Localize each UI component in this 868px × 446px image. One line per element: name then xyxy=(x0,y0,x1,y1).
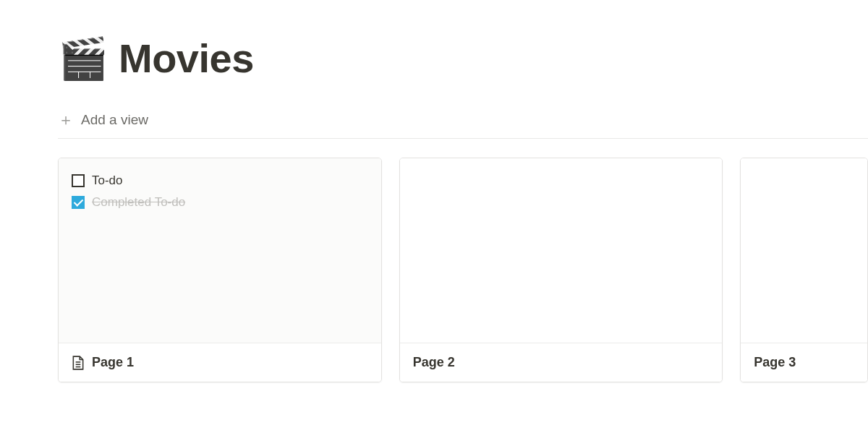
card-title: Page 1 xyxy=(92,355,134,370)
gallery-card[interactable]: Page 3 xyxy=(740,158,868,382)
todo-label: To-do xyxy=(92,173,123,188)
card-preview xyxy=(400,158,723,343)
page-title[interactable]: Movies xyxy=(119,35,254,82)
card-footer: Page 1 xyxy=(59,343,381,382)
card-footer: Page 3 xyxy=(741,343,867,382)
page-title-row: 🎬 Movies xyxy=(58,35,868,82)
card-preview: To-do Completed To-do xyxy=(59,158,381,343)
add-view-label: Add a view xyxy=(81,112,148,128)
gallery-card[interactable]: To-do Completed To-do Page 1 xyxy=(58,158,382,382)
page-icon xyxy=(72,356,85,370)
add-view-button[interactable]: ＋ Add a view xyxy=(58,108,868,138)
checkbox-checked-icon xyxy=(72,196,85,209)
todo-item: Completed To-do xyxy=(72,192,368,213)
todo-item: To-do xyxy=(72,170,368,192)
plus-icon: ＋ xyxy=(58,112,74,128)
card-title: Page 2 xyxy=(413,355,455,370)
card-preview xyxy=(741,158,867,343)
card-footer: Page 2 xyxy=(400,343,723,382)
clapperboard-icon[interactable]: 🎬 xyxy=(58,38,109,79)
gallery-card[interactable]: Page 2 xyxy=(399,158,723,382)
card-title: Page 3 xyxy=(754,355,796,370)
checkbox-unchecked-icon xyxy=(72,174,85,187)
todo-label: Completed To-do xyxy=(92,195,185,210)
gallery-cards-row: To-do Completed To-do Page 1 xyxy=(58,158,868,382)
divider xyxy=(58,138,868,139)
